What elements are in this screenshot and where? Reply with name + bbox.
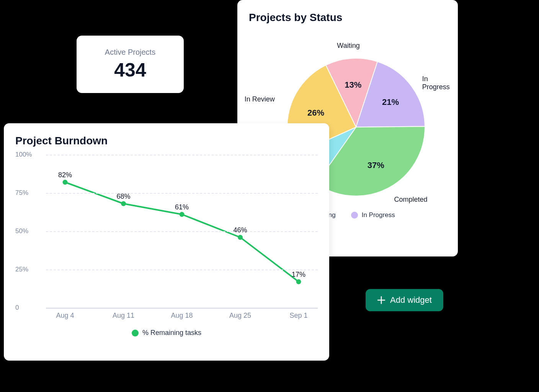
x-tick: Aug 4 (56, 312, 74, 320)
data-point-label: 82% (58, 171, 72, 179)
data-point (63, 180, 68, 185)
legend-swatch-icon (351, 212, 358, 219)
pie-slice-pct: 13% (345, 80, 361, 90)
y-tick: 25% (15, 266, 28, 273)
y-tick: 50% (15, 227, 28, 235)
pie-slice-pct: 21% (382, 97, 399, 107)
burndown-legend: % Remaining tasks (15, 329, 318, 337)
x-tick: Aug 11 (113, 312, 134, 320)
data-point (121, 201, 126, 206)
y-tick: 75% (15, 189, 28, 197)
gridline (46, 193, 318, 194)
active-projects-label: Active Projects (105, 48, 155, 57)
x-tick: Aug 18 (171, 312, 193, 320)
x-tick: Sep 1 (289, 312, 307, 320)
legend-label: In Progress (362, 211, 395, 219)
data-point-label: 17% (292, 271, 305, 279)
data-point (238, 235, 243, 240)
burndown-line (65, 182, 299, 282)
project-burndown-card: Project Burndown 025%50%75%100%Aug 4Aug … (4, 123, 329, 361)
pie-slice-label: In Review (245, 95, 275, 103)
add-widget-label: Add widget (390, 295, 432, 305)
pie-slice-label: In Progress (422, 75, 450, 91)
burndown-legend-label: % Remaining tasks (142, 329, 201, 337)
data-point-label: 68% (116, 193, 130, 201)
data-point (180, 212, 185, 217)
data-point-label: 61% (175, 203, 189, 211)
pie-slice-label: Waiting (337, 42, 359, 50)
y-tick: 0 (15, 304, 19, 312)
gridline (46, 270, 318, 270)
x-tick: Aug 25 (229, 312, 251, 320)
active-projects-card: Active Projects 434 (77, 36, 184, 93)
gridline (46, 155, 318, 155)
pie-slice-label: Completed (394, 196, 427, 204)
add-widget-button[interactable]: Add widget (366, 289, 443, 311)
gridline (46, 231, 318, 232)
burndown-chart: 025%50%75%100%Aug 4Aug 11Aug 18Aug 25Sep… (15, 155, 318, 308)
x-axis-line (46, 308, 318, 309)
plus-icon (377, 296, 385, 304)
legend-swatch-icon (132, 330, 139, 336)
y-tick: 100% (15, 151, 32, 158)
data-point-label: 46% (233, 226, 247, 234)
pie-slice-pct: 26% (307, 108, 324, 118)
active-projects-value: 434 (114, 59, 146, 81)
legend-item: In Progress (351, 211, 395, 219)
pie-slice-pct: 37% (368, 160, 384, 170)
burndown-title: Project Burndown (15, 135, 318, 147)
data-point (296, 279, 301, 284)
pie-title: Projects by Status (249, 11, 446, 24)
